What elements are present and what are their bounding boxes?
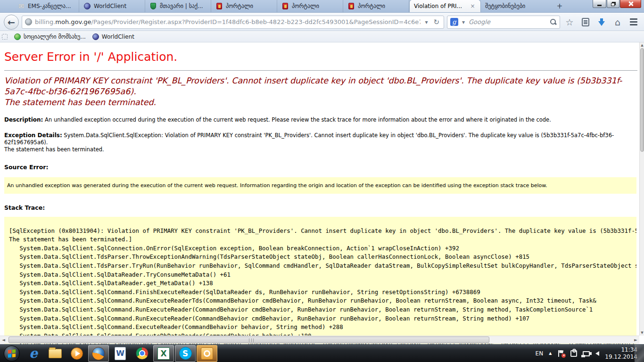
outlook-icon [201, 347, 213, 360]
search-box[interactable]: g ▾ Google [447, 16, 560, 29]
stack-trace-text: [SqlException (0x80131904): Violation of… [9, 218, 632, 344]
tab-portal-1[interactable]: პორტალი [211, 0, 277, 12]
vertical-scrollbar[interactable]: ▲ ▼ [639, 42, 644, 336]
menu-button[interactable] [627, 16, 640, 29]
tab-ems[interactable]: ✉ EMS-კანცელა... [13, 0, 79, 12]
page-title: Server Error in '/' Application. [4, 50, 637, 64]
scroll-left-icon[interactable]: ◄ [2, 337, 5, 342]
tab-portal-2[interactable]: პორტალი [277, 0, 343, 12]
minimize-button[interactable] [593, 0, 606, 8]
restore-button[interactable] [607, 0, 619, 8]
back-button[interactable]: ← [4, 15, 19, 30]
internet-explorer-icon: e [29, 346, 38, 361]
exception-details-text: System.Data.SqlClient.SqlException: Viol… [4, 132, 614, 146]
tab-close-icon[interactable]: × [469, 3, 476, 10]
windows-taskbar: e W X S EN ▲ × 11:34 19.12.2014 [0, 344, 644, 362]
action-center-flag-icon[interactable]: × [557, 350, 565, 357]
bookmark-social-services[interactable]: სოციალური მომსახუ... [14, 33, 86, 40]
exception-details-row: Exception Details: System.Data.SqlClient… [4, 132, 637, 153]
url-text[interactable]: billing.moh.gov.ge/Pages/Provider/Regist… [35, 18, 421, 25]
error-subtitle: Violation of PRIMARY KEY constraint 'PK_… [4, 75, 637, 108]
network-icon[interactable] [583, 350, 590, 356]
globe-icon [83, 2, 91, 10]
exception-details-label: Exception Details: [4, 132, 62, 139]
tab-label: EMS-კანცელა... [28, 3, 74, 9]
green-globe-icon [14, 33, 21, 40]
taskbar-skype[interactable]: S [175, 345, 196, 362]
scroll-right-icon[interactable]: ► [634, 337, 637, 342]
bookmark-worldclient[interactable]: WorldClient [92, 33, 134, 40]
shield-icon [149, 2, 157, 10]
volume-icon[interactable] [595, 351, 599, 356]
tray-expand-icon[interactable]: ▲ [549, 351, 552, 355]
media-player-icon [71, 347, 83, 360]
minimize-icon [597, 5, 602, 6]
tab-shetyobinebebi[interactable]: შეტყობინებები [481, 0, 547, 12]
windows-logo-icon [8, 349, 16, 358]
date: 19.12.2014 [605, 354, 637, 360]
new-tab-button[interactable]: + [553, 1, 566, 11]
horizontal-scrollbar[interactable]: ◄ ► [0, 336, 639, 344]
browser-navigation-bar: ← billing.moh.gov.ge/Pages/Provider/Regi… [0, 13, 644, 31]
emblem-icon [347, 2, 355, 10]
source-error-box: An unhandled exception was generated dur… [4, 177, 636, 194]
taskbar-chrome[interactable] [132, 345, 152, 362]
tab-mtavari[interactable]: მთავარი | საქ... [145, 0, 211, 12]
word-icon: W [115, 347, 126, 360]
search-placeholder: Google [469, 18, 547, 25]
site-identity-globe-icon[interactable] [25, 18, 32, 25]
taskbar-outlook[interactable] [197, 345, 217, 362]
taskbar-word[interactable]: W [110, 345, 131, 362]
desktop-screen: ✉ EMS-კანცელა... WorldClient მთავარი | ს… [0, 0, 644, 362]
bookmarks-folder[interactable] [2, 34, 8, 40]
url-dropdown-icon[interactable]: ▾ [423, 19, 429, 25]
taskbar-excel[interactable]: X [153, 345, 174, 362]
bookmark-label: WorldClient [102, 33, 134, 40]
horizontal-scroll-thumb[interactable] [8, 337, 489, 343]
google-engine-icon[interactable]: g [450, 18, 458, 26]
tab-label: პორტალი [292, 3, 339, 9]
thumb-grip [249, 338, 254, 342]
stack-trace-label: Stack Trace: [4, 204, 637, 211]
scroll-down-icon[interactable]: ▼ [640, 330, 644, 335]
taskbar-windows-explorer[interactable] [45, 345, 66, 362]
tab-label: პორტალი [226, 3, 272, 9]
start-button[interactable] [4, 346, 20, 362]
search-icon[interactable] [550, 18, 557, 25]
restore-icon [611, 3, 615, 6]
tab-violation-active[interactable]: Violation of PRI... × [409, 0, 481, 12]
tab-worldclient[interactable]: WorldClient [79, 0, 145, 12]
url-bar[interactable]: billing.moh.gov.ge/Pages/Provider/Regist… [22, 16, 444, 29]
error-page-content: Server Error in '/' Application. Violati… [0, 42, 639, 344]
scroll-up-icon[interactable]: ▲ [640, 43, 644, 48]
skype-icon: S [179, 347, 192, 360]
browser-tab-bar: ✉ EMS-კანცელა... WorldClient მთავარი | ს… [0, 0, 644, 13]
taskbar-internet-explorer[interactable]: e [23, 345, 44, 362]
show-desktop-strip[interactable] [635, 345, 644, 362]
bookmark-label: სოციალური მომსახუ... [24, 33, 86, 40]
tab-label: პორტალი [358, 3, 405, 9]
excel-icon: X [157, 347, 170, 360]
tab-label: მთავარი | საქ... [160, 3, 206, 9]
downloads-button[interactable] [595, 16, 608, 29]
tab-portal-3[interactable]: პორტალი [343, 0, 409, 12]
bookmark-star-icon[interactable]: ☆ [563, 16, 576, 29]
description-label: Description: [4, 116, 43, 123]
system-tray: EN ▲ × 11:34 19.12.2014 [536, 346, 644, 361]
taskbar-media-player[interactable] [66, 345, 87, 362]
show-bookmarks-icon[interactable] [579, 16, 592, 29]
download-arrow-icon [598, 21, 605, 26]
language-indicator[interactable]: EN [536, 350, 544, 357]
close-button[interactable] [620, 0, 641, 8]
vertical-scroll-thumb[interactable] [640, 48, 644, 152]
tab-label: შეტყობინებები [485, 3, 543, 9]
taskbar-firefox[interactable] [88, 345, 109, 362]
clipboard-icon [582, 18, 589, 26]
home-button[interactable]: ⌂ [611, 16, 624, 29]
reload-icon[interactable]: ↻ [432, 18, 441, 26]
description-row: Description: An unhandled exception occu… [4, 116, 637, 123]
scheduler-icon[interactable] [570, 350, 577, 357]
emblem-icon [281, 2, 289, 10]
search-dropdown-icon[interactable]: ▾ [461, 19, 466, 25]
clock[interactable]: 11:34 19.12.2014 [605, 346, 637, 361]
